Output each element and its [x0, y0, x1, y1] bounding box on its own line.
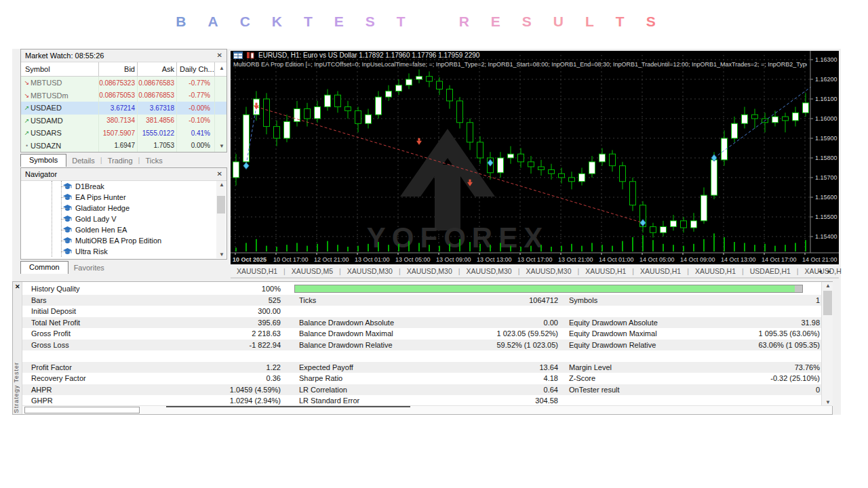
- chart-tab-xauusd-h1[interactable]: XAUUSD,H1: [634, 267, 687, 275]
- market-watch-row[interactable]: ↗USDAMD380.7134381.4856-0.10%: [21, 115, 226, 127]
- scrollbar-thumb[interactable]: [217, 196, 225, 214]
- tester-row: Gross Loss-1 822.94Balance Drawdown Rela…: [22, 340, 821, 351]
- chart-tab-xauusd-m30[interactable]: XAUUSD,M30: [341, 267, 399, 275]
- chart-tab-xauusd-m30[interactable]: XAUUSD,M30: [401, 267, 458, 275]
- page-title: BACKTEST RESULTS: [0, 14, 850, 30]
- expert-advisor-icon: [63, 216, 72, 223]
- market-watch-row[interactable]: ↘MBTUSDm0.086750530.08676853-0.77%: [21, 89, 226, 102]
- tester-label: Balance Drawdown Relative: [299, 341, 393, 349]
- chart-canvas[interactable]: YOFOREX1.163001.162001.161001.160001.159…: [231, 51, 839, 264]
- navigator-title: Navigator: [25, 168, 57, 180]
- navigator-item-ultra-risk[interactable]: Ultra Risk: [21, 246, 216, 257]
- navigator-item-d1break[interactable]: D1Break: [21, 181, 216, 192]
- scroll-up-icon[interactable]: ▲: [219, 65, 224, 71]
- chart-tab-xauusd-m30[interactable]: XAUUSD,M30: [460, 267, 518, 275]
- tester-value: 1: [816, 296, 820, 304]
- title-letter: C: [240, 14, 250, 30]
- market-watch-titlebar[interactable]: Market Watch: 08:55:26 ✕: [21, 49, 226, 62]
- column-symbol[interactable]: Symbol: [21, 62, 99, 76]
- tester-label: Balance Drawdown Maximal: [299, 329, 393, 338]
- market-watch-panel: Market Watch: 08:55:26 ✕ Symbol Bid Ask …: [20, 49, 227, 152]
- tester-scrollbar[interactable]: ▲ ▼: [821, 282, 833, 406]
- symbol-name: MBTUSDm: [31, 92, 68, 100]
- tester-label: Z-Score: [569, 374, 595, 382]
- expert-advisor-icon: [63, 183, 72, 190]
- tab-trading[interactable]: Trading: [102, 155, 138, 167]
- scrollbar-thumb[interactable]: [823, 291, 832, 315]
- tester-label: Recovery Factor: [31, 374, 86, 382]
- bid-value: 1.6947: [99, 140, 138, 152]
- scroll-down-icon[interactable]: ▼: [219, 143, 224, 149]
- symbol-cell: ↗USDAED: [21, 102, 99, 115]
- navigator-item-ea-pips-hunter[interactable]: EA Pips Hunter: [21, 192, 216, 203]
- navigator-panel: Navigator ✕ D1BreakEA Pips HunterGladiat…: [20, 167, 227, 260]
- tester-cell: [558, 306, 820, 317]
- direction-icon: ↘: [21, 79, 31, 86]
- chart-tab-xauusd-h1[interactable]: XAUUSD,H1: [579, 267, 632, 275]
- scroll-down-icon[interactable]: ▼: [825, 399, 831, 405]
- tab-ticks[interactable]: Ticks: [140, 155, 167, 167]
- bid-value: 3.67214: [99, 102, 138, 115]
- chart-tab-xauusd-h1[interactable]: XAUUSD,H1: [231, 267, 283, 275]
- hscrollbar-thumb[interactable]: [24, 407, 140, 413]
- tab-scroll-arrows[interactable]: ◄►: [817, 268, 836, 274]
- symbol-name: USDAMD: [31, 117, 63, 125]
- chart-window[interactable]: EURUSD, H1: Euro vs US Dollar 1.17892 1.…: [231, 51, 839, 264]
- navigator-item-golden-hen-ea[interactable]: Golden Hen EA: [21, 224, 216, 235]
- chart-tab-xauusd-m30[interactable]: XAUUSD,M30: [519, 267, 577, 275]
- tester-cell: Recovery Factor0.36: [22, 373, 281, 384]
- close-icon[interactable]: ✕: [217, 52, 222, 59]
- chart-tab-usdaed-h1[interactable]: USDAED,H1: [744, 267, 797, 275]
- close-icon[interactable]: ✕: [15, 283, 20, 290]
- tester-bottom-bar: [22, 405, 832, 414]
- tester-value: 100%: [262, 285, 281, 293]
- navigator-titlebar[interactable]: Navigator ✕: [21, 168, 226, 181]
- tab-common[interactable]: Common: [20, 261, 68, 274]
- chart-tab-xauusd-h1[interactable]: XAUUSD,H1: [689, 267, 742, 275]
- scroll-down-icon[interactable]: ▼: [219, 251, 224, 258]
- tab-symbols[interactable]: Symbols: [20, 154, 66, 167]
- tester-row: Recovery Factor0.36Sharpe Ratio4.18Z-Sco…: [22, 373, 821, 384]
- tester-cell: Expected Payoff13.64: [281, 362, 558, 373]
- tester-label: Balance Drawdown Absolute: [299, 319, 394, 327]
- close-icon[interactable]: ✕: [217, 171, 222, 178]
- scroll-up-icon[interactable]: ▲: [825, 283, 831, 289]
- navigator-scrollbar[interactable]: ▲ ▼: [216, 181, 226, 258]
- tester-label: Sharpe Ratio: [299, 374, 342, 382]
- title-letter: B: [176, 14, 186, 30]
- tester-cell: [281, 306, 558, 317]
- market-watch-row[interactable]: •USDAZN1.69471.70530.00%: [21, 140, 226, 152]
- column-bid[interactable]: Bid: [99, 62, 138, 76]
- bid-value: 0.08675323: [99, 77, 138, 89]
- title-letter: T: [304, 14, 313, 30]
- scroll-up-icon[interactable]: ▲: [219, 182, 224, 188]
- title-letter: U: [553, 14, 564, 30]
- market-watch-row[interactable]: ↗USDARS1507.59071555.01220.41%: [21, 127, 226, 140]
- daily-change-value: -0.77%: [177, 77, 215, 89]
- navigator-item-gladiator-hedge[interactable]: Gladiator Hedge: [21, 203, 216, 214]
- tab-details[interactable]: Details: [66, 155, 100, 167]
- symbol-cell: ↗USDARS: [21, 127, 99, 140]
- chart-tab-xauusd-m5[interactable]: XAUUSD,M5: [285, 267, 339, 275]
- tester-value: 300.00: [258, 307, 281, 315]
- chart-list-icon: [233, 52, 243, 59]
- market-watch-tabs: SymbolsDetails|Trading|Ticks: [20, 153, 168, 167]
- tester-cell: Equity Drawdown Absolute31.98: [558, 317, 820, 329]
- navigator-item-gold-lady-v[interactable]: Gold Lady V: [21, 214, 216, 224]
- tester-cell: Z-Score-0.32 (25.10%): [558, 373, 820, 384]
- symbol-cell: ↘MBTUSD: [21, 77, 99, 89]
- tester-row: Total Net Profit395.69Balance Drawdown A…: [22, 317, 821, 329]
- market-watch-row[interactable]: ↘MBTUSD0.086753230.08676583-0.77%: [21, 77, 226, 89]
- svg-text:1.15700: 1.15700: [815, 174, 837, 181]
- title-letter: S: [366, 14, 375, 30]
- tester-cell: History Quality100%: [22, 283, 281, 295]
- column-daily-change[interactable]: Daily Ch...: [177, 62, 215, 76]
- tab-favorites[interactable]: Favorites: [68, 262, 110, 274]
- market-watch-row[interactable]: ↗USDAED3.672143.67318-0.00%: [21, 102, 226, 115]
- navigator-item-label: Gold Lady V: [75, 215, 117, 223]
- navigator-item-label: Golden Hen EA: [75, 226, 127, 234]
- tester-cell: Initial Deposit300.00: [22, 306, 281, 317]
- navigator-item-multiorb-ea-prop-edition[interactable]: MultiORB EA Prop Edition: [21, 235, 216, 246]
- svg-text:10 Oct 2025: 10 Oct 2025: [233, 256, 267, 263]
- column-ask[interactable]: Ask: [138, 62, 177, 76]
